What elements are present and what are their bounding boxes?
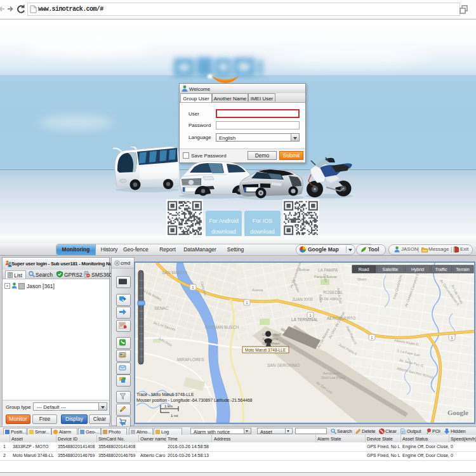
svg-text:LA PAMPA: LA PAMPA: [318, 268, 338, 272]
svg-text:Aeropuerto: Aeropuerto: [323, 371, 340, 375]
svg-text:SAN GERONIMO: SAN GERONIMO: [267, 363, 300, 367]
svg-text:Road: Road: [359, 267, 369, 272]
svg-text:SAN MARTIN: SAN MARTIN: [162, 270, 187, 275]
svg-text:Google: Google: [447, 409, 468, 416]
svg-text:Avaroa: Avaroa: [252, 288, 263, 292]
svg-text:Bolivar: Bolivar: [299, 268, 310, 272]
svg-text:GERMAN BUSCH: GERMAN BUSCH: [205, 325, 239, 329]
svg-text:MIRAFLORES: MIRAFLORES: [177, 357, 204, 362]
svg-text:Terrain: Terrain: [456, 267, 470, 272]
svg-text:1 km: 1 km: [164, 404, 173, 408]
svg-text:SENAC: SENAC: [154, 306, 169, 310]
svg-text:Ororo: Ororo: [357, 277, 366, 281]
svg-text:LA TERMINAL: LA TERMINAL: [291, 317, 319, 322]
svg-text:Mouser position - Longitude:-6: Mouser position - Longitude:-64.730897 L…: [136, 398, 253, 403]
svg-text:Trace - Moto Maruti 3748-LLE: Trace - Moto Maruti 3748-LLE: [136, 392, 194, 397]
svg-text:Oriel Lea Plaza: Oriel Lea Plaza: [321, 376, 346, 380]
svg-text:Hybrid: Hybrid: [411, 267, 424, 272]
svg-text:Satellite: Satellite: [383, 267, 399, 272]
svg-text:1 mi: 1 mi: [171, 414, 178, 418]
svg-text:JUAN XXIII: JUAN XXIII: [292, 297, 313, 301]
svg-text:Universidad: Universidad: [262, 333, 281, 336]
svg-text:Aaaa: Aaaa: [319, 294, 323, 303]
svg-text:Traffic: Traffic: [435, 267, 447, 272]
svg-text:Moto Maruti 3748-LLE: Moto Maruti 3748-LLE: [245, 348, 286, 352]
